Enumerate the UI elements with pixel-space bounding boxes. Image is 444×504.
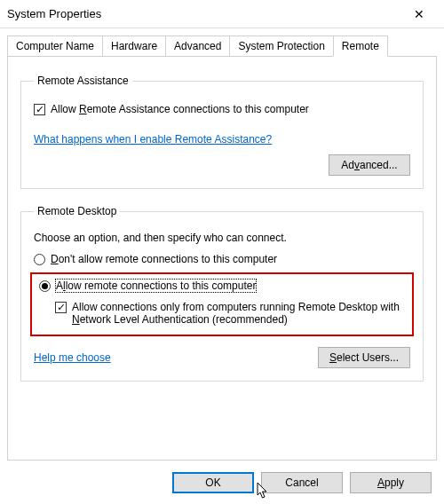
radio-allow[interactable]: Allow remote connections to this compute… bbox=[39, 280, 405, 292]
tab-panel-remote: Remote Assistance Allow Remote Assistanc… bbox=[7, 56, 437, 461]
tab-system-protection[interactable]: System Protection bbox=[229, 35, 333, 57]
tab-hardware[interactable]: Hardware bbox=[102, 35, 166, 57]
tab-remote[interactable]: Remote bbox=[333, 35, 388, 57]
radio-icon bbox=[34, 254, 45, 265]
tab-advanced[interactable]: Advanced bbox=[165, 35, 230, 57]
checkbox-icon bbox=[55, 302, 67, 313]
radio-label: Don't allow remote connections to this c… bbox=[51, 253, 277, 265]
button-cancel[interactable]: Cancel bbox=[261, 472, 343, 493]
checkbox-icon bbox=[34, 104, 45, 115]
dialog-body: Computer Name Hardware Advanced System P… bbox=[0, 28, 444, 461]
group-remote-desktop-legend: Remote Desktop bbox=[34, 205, 120, 217]
group-remote-assistance-legend: Remote Assistance bbox=[34, 75, 132, 87]
link-help-me-choose[interactable]: Help me choose bbox=[34, 351, 111, 364]
checkbox-nla[interactable]: Allow connections only from computers ru… bbox=[55, 301, 405, 326]
tab-strip: Computer Name Hardware Advanced System P… bbox=[7, 35, 437, 57]
checkbox-allow-remote-assistance[interactable]: Allow Remote Assistance connections to t… bbox=[34, 103, 410, 115]
button-select-users[interactable]: Select Users... bbox=[318, 347, 410, 368]
checkbox-label: Allow connections only from computers ru… bbox=[72, 301, 405, 326]
button-ok[interactable]: OK bbox=[172, 472, 254, 493]
radio-dont-allow[interactable]: Don't allow remote connections to this c… bbox=[34, 253, 410, 265]
checkbox-label: Allow Remote Assistance connections to t… bbox=[51, 103, 309, 115]
button-apply[interactable]: Apply bbox=[350, 472, 432, 493]
highlight-box: Allow remote connections to this compute… bbox=[30, 272, 414, 336]
title-bar: System Properties ✕ bbox=[0, 0, 444, 28]
group-remote-assistance: Remote Assistance Allow Remote Assistanc… bbox=[20, 75, 424, 189]
radio-icon bbox=[39, 280, 51, 292]
remote-desktop-desc: Choose an option, and then specify who c… bbox=[34, 232, 410, 244]
close-button[interactable]: ✕ bbox=[401, 2, 437, 27]
button-ra-advanced[interactable]: Advanced... bbox=[329, 154, 410, 176]
group-remote-desktop: Remote Desktop Choose an option, and the… bbox=[20, 205, 424, 382]
tab-computer-name[interactable]: Computer Name bbox=[7, 35, 103, 57]
radio-label: Allow remote connections to this compute… bbox=[56, 280, 256, 292]
dialog-button-row: OK Cancel Apply bbox=[172, 472, 432, 493]
window-title: System Properties bbox=[7, 7, 401, 20]
link-ra-help[interactable]: What happens when I enable Remote Assist… bbox=[34, 133, 272, 146]
